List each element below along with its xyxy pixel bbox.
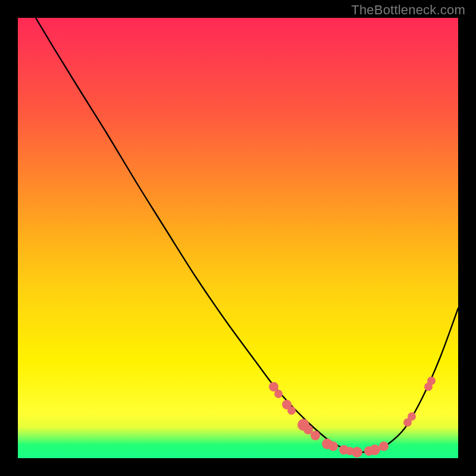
curve-marker [328, 441, 338, 451]
curve-marker [408, 412, 416, 421]
curve-marker [369, 444, 380, 455]
curve-marker [311, 431, 320, 440]
bottleneck-curve [36, 18, 458, 452]
curve-marker [269, 382, 278, 392]
curve-marker [303, 425, 313, 434]
curve-marker [298, 419, 309, 431]
curve-marker [364, 446, 374, 456]
curve-marker [424, 383, 433, 391]
curve-marker [379, 441, 389, 451]
curve-marker [346, 447, 354, 455]
curve-markers [269, 377, 436, 458]
curve-marker [274, 390, 283, 398]
plot-area [18, 18, 458, 458]
curve-marker [352, 447, 362, 458]
curve-marker [339, 445, 349, 455]
watermark-text: TheBottleneck.com [351, 2, 465, 18]
curve-marker [427, 377, 436, 385]
curve-marker [403, 418, 412, 427]
curve-marker [282, 400, 292, 409]
chart-svg [18, 18, 458, 458]
curve-marker [322, 439, 333, 449]
curve-marker [287, 406, 296, 415]
chart-frame: TheBottleneck.com [0, 0, 476, 476]
